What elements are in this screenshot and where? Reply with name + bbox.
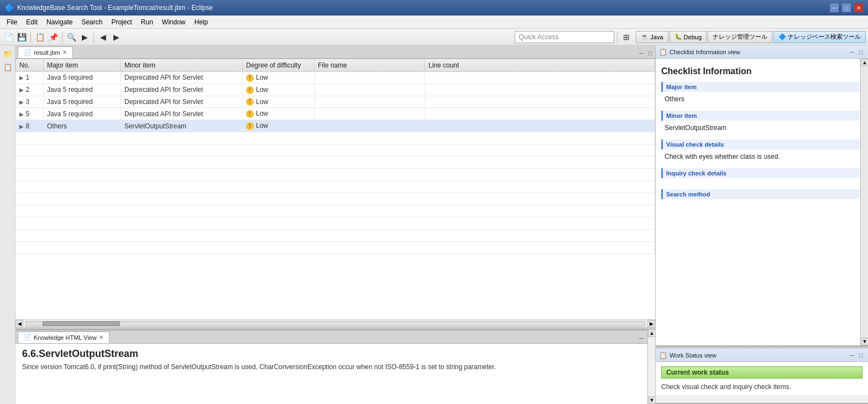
menu-search[interactable]: Search: [77, 17, 107, 27]
difficulty-icon: [246, 86, 254, 94]
col-filename: File name: [315, 59, 425, 72]
checklist-panel-title: Checklist Information view: [670, 49, 846, 55]
empty-cell: [16, 205, 655, 217]
maximize-panel-btn[interactable]: □: [646, 49, 654, 57]
checklist-section-search: Search method: [661, 189, 862, 204]
checklist-v-scrollbar[interactable]: ▲ ▼: [860, 59, 868, 345]
h-scroll-left[interactable]: ◀: [15, 320, 23, 328]
empty-cell: [16, 193, 655, 205]
perspective-knowledge-search[interactable]: 🔷 ナレッジベース検索ツール: [773, 31, 866, 43]
bottom-content[interactable]: 6.6.ServletOutputStream Since version To…: [15, 344, 655, 404]
perspective-java[interactable]: ☕ Java: [636, 31, 668, 43]
minimize-button[interactable]: ─: [829, 3, 839, 13]
empty-cell: [16, 144, 655, 157]
bottom-min-btn[interactable]: ─: [637, 334, 645, 342]
menu-help[interactable]: Help: [190, 17, 213, 27]
bottom-scroll-down[interactable]: ▼: [648, 396, 655, 404]
h-scrollbar[interactable]: ◀ ▶: [15, 319, 655, 327]
title-bar: 🔷 KnowledgeBase Search Tool - ExampleTom…: [0, 0, 868, 15]
col-major: Major item: [44, 59, 121, 72]
work-min-btn[interactable]: ─: [848, 351, 856, 359]
checklist-scroll-down[interactable]: ▼: [861, 338, 868, 345]
row-expand-icon[interactable]: ▶: [19, 87, 24, 93]
cell-difficulty: Low: [243, 120, 315, 132]
checklist-panel-controls: ─ □: [848, 48, 865, 56]
work-max-btn[interactable]: □: [857, 351, 865, 359]
minimize-panel-btn[interactable]: ─: [637, 49, 645, 57]
checklist-scroll-up[interactable]: ▲: [861, 59, 868, 66]
toolbar-back[interactable]: ◀: [97, 31, 109, 43]
window-controls: ─ □ ✕: [829, 3, 864, 13]
result-table-container[interactable]: No. Major item Minor item Degree of diff…: [15, 59, 655, 319]
toolbar-new[interactable]: 📄: [2, 31, 14, 43]
checklist-scroll-track: [861, 66, 867, 338]
knowledge-tab-close[interactable]: ✕: [99, 334, 103, 340]
toolbar-perspective-icon[interactable]: ⊞: [620, 31, 632, 43]
menu-window[interactable]: Window: [158, 17, 190, 27]
result-tab[interactable]: 📄 result.jbm ✕: [18, 46, 73, 58]
quick-access-label: Quick Access: [519, 33, 558, 41]
table-row[interactable]: ▶2 Java 5 required Deprecated API for Se…: [16, 84, 655, 96]
menu-project[interactable]: Project: [107, 17, 136, 27]
empty-cell: [16, 217, 655, 230]
checklist-search-header: Search method: [661, 189, 862, 199]
checklist-content[interactable]: Checklist Information Major item Others …: [656, 59, 868, 345]
perspective-knowledge-mgmt[interactable]: ナレッジ管理ツール: [708, 31, 772, 43]
sidebar-tool-1[interactable]: 📁: [2, 48, 14, 60]
cell-major: Java 5 required: [44, 96, 121, 108]
cell-linecount: [425, 120, 655, 132]
toolbar-paste[interactable]: 📌: [47, 31, 59, 43]
col-minor: Minor item: [121, 59, 243, 72]
checklist-min-btn[interactable]: ─: [848, 48, 856, 56]
cell-minor: Deprecated API for Servlet: [121, 84, 243, 96]
empty-cell: [16, 169, 655, 181]
menu-edit[interactable]: Edit: [22, 17, 42, 27]
work-status-controls: ─ □: [848, 351, 865, 359]
result-table: No. Major item Minor item Degree of diff…: [15, 59, 655, 254]
menu-navigate[interactable]: Navigate: [42, 17, 77, 27]
table-row[interactable]: ▶5 Java 5 required Deprecated API for Se…: [16, 108, 655, 120]
panel-corner-controls: ─ □: [636, 48, 655, 58]
quick-access-field[interactable]: Quick Access: [515, 31, 614, 43]
row-expand-icon[interactable]: ▶: [19, 111, 24, 117]
toolbar-run[interactable]: ▶: [79, 31, 91, 43]
table-row-empty: [16, 181, 655, 193]
maximize-button[interactable]: □: [841, 3, 851, 13]
checklist-panel-icon: 📋: [659, 48, 667, 56]
toolbar-save[interactable]: 💾: [15, 31, 28, 43]
h-scroll-thumb[interactable]: [43, 322, 120, 326]
checklist-minor-value: ServletOutputStream: [661, 123, 862, 133]
checklist-main-title: Checklist Information: [661, 63, 862, 82]
cell-minor: Deprecated API for Servlet: [121, 96, 243, 108]
menu-run[interactable]: Run: [137, 17, 158, 27]
search-tool-label: ナレッジベース検索ツール: [788, 33, 861, 41]
sidebar-tool-2[interactable]: 📋: [2, 61, 14, 73]
h-scroll-right[interactable]: ▶: [647, 320, 655, 328]
toolbar-search[interactable]: 🔍: [65, 31, 77, 43]
knowledge-html-tab[interactable]: 📄 Knowledge HTML View ✕: [18, 332, 109, 343]
table-row[interactable]: ▶3 Java 5 required Deprecated API for Se…: [16, 96, 655, 108]
row-expand-icon[interactable]: ▶: [19, 123, 24, 130]
result-tab-close[interactable]: ✕: [62, 49, 67, 55]
cell-filename: [315, 96, 425, 108]
work-status-panel: 📋 Work Status view ─ □ Current work stat…: [656, 349, 868, 404]
checklist-max-btn[interactable]: □: [857, 48, 865, 56]
checklist-search-value: [661, 201, 862, 204]
cell-linecount: [425, 72, 655, 84]
table-row[interactable]: ▶8 Others ServletOutputStream Low: [16, 120, 655, 132]
bottom-scroll-up[interactable]: ▲: [648, 329, 655, 337]
row-expand-icon[interactable]: ▶: [19, 99, 24, 105]
cell-difficulty: Low: [243, 96, 315, 108]
table-row[interactable]: ▶1 Java 5 required Deprecated API for Se…: [16, 72, 655, 84]
debug-icon: 🐛: [674, 33, 682, 40]
empty-cell: [16, 230, 655, 242]
menu-file[interactable]: File: [2, 17, 22, 27]
toolbar-copy[interactable]: 📋: [34, 31, 46, 43]
close-button[interactable]: ✕: [854, 3, 864, 13]
bottom-v-scrollbar[interactable]: ▲ ▼: [647, 329, 655, 404]
row-expand-icon[interactable]: ▶: [19, 75, 24, 81]
cell-filename: [315, 84, 425, 96]
toolbar-forward[interactable]: ▶: [110, 31, 122, 43]
h-scroll-track[interactable]: [25, 321, 645, 327]
perspective-debug[interactable]: 🐛 Debug: [670, 31, 707, 43]
